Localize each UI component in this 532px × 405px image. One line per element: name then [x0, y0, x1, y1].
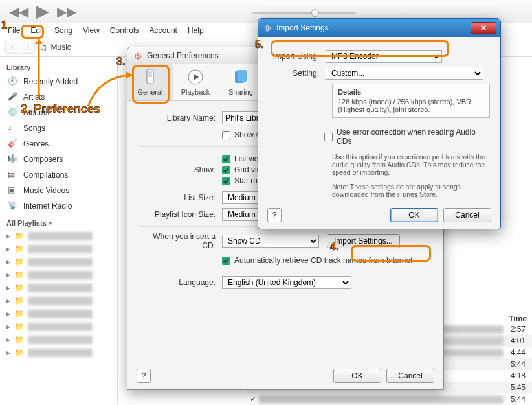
details-box: Details 128 kbps (mono) / 256 kbps (ster… — [332, 84, 490, 118]
star-checkbox[interactable] — [222, 177, 230, 185]
video-icon: ▣ — [8, 185, 18, 196]
playback-icon — [187, 69, 204, 86]
imp-cancel-button[interactable]: Cancel — [443, 208, 491, 222]
folder-icon: 📁 — [14, 309, 24, 318]
show-apple-checkbox[interactable] — [222, 131, 230, 139]
chevron-down-icon: ▾ — [49, 220, 52, 227]
prefs-cancel-button[interactable]: Cancel — [386, 369, 434, 383]
label-import-using: Import Using: — [270, 52, 326, 61]
disclosure-icon: ▸ — [6, 322, 10, 331]
auto-cd-checkbox[interactable] — [222, 257, 230, 265]
disclosure-icon: ▸ — [6, 348, 10, 357]
table-row[interactable]: ✓5:44 — [247, 393, 532, 405]
listview-checkbox[interactable] — [222, 155, 230, 163]
import-using-select[interactable]: MP3 Encoder — [326, 50, 442, 63]
album-icon: 💿 — [8, 108, 18, 118]
sidebar-item-compilations[interactable]: ▤Compilations — [3, 167, 115, 183]
disclosure-icon: ▸ — [6, 231, 10, 240]
import-settings-dialog: ◎ Import Settings ✕ Import Using:MP3 Enc… — [258, 18, 501, 229]
imp-help-button[interactable]: ? — [267, 208, 282, 222]
disclosure-icon: ▸ — [6, 309, 10, 318]
insert-cd-select[interactable]: Show CD — [222, 235, 319, 248]
sidebar-item-genres[interactable]: 🎸Genres — [3, 136, 115, 152]
back-button[interactable]: ‹ — [5, 41, 19, 54]
tab-general[interactable]: General — [127, 64, 173, 100]
folder-icon: 📁 — [14, 283, 24, 292]
label-playlist-icon: Playlist Icon Size: — [139, 210, 222, 219]
imp-titlebar[interactable]: ◎ Import Settings ✕ — [258, 19, 500, 37]
sheet-icon: 🎼 — [8, 154, 18, 165]
folder-icon: 📁 — [14, 322, 24, 331]
label-show: Show: — [139, 165, 222, 174]
volume-slider[interactable] — [252, 12, 355, 14]
playlist-item[interactable]: ▸📁 — [3, 268, 115, 281]
playlist-item[interactable]: ▸📁 — [3, 320, 115, 333]
details-text: 128 kbps (mono) / 256 kbps (stereo), VBR… — [338, 98, 484, 113]
sidebar-item-composers[interactable]: 🎼Composers — [3, 152, 115, 167]
mic-icon: 🎤 — [8, 92, 18, 102]
playlist-item[interactable]: ▸📁 — [3, 229, 115, 242]
disclosure-icon: ▸ — [6, 296, 10, 305]
callout-5: 5. — [255, 39, 263, 51]
setting-select[interactable]: Custom... — [326, 67, 483, 80]
label-library-name: Library Name: — [139, 113, 222, 122]
svg-rect-5 — [238, 70, 247, 82]
imp-ok-button[interactable]: OK — [390, 208, 438, 222]
close-button[interactable]: ✕ — [471, 22, 496, 34]
label-language: Language: — [139, 278, 222, 287]
clock-icon: 🕘 — [8, 76, 18, 87]
menu-controls[interactable]: Controls — [105, 25, 144, 36]
folder-icon: 📁 — [14, 244, 24, 253]
sidebar-item-videos[interactable]: ▣Music Videos — [3, 183, 115, 198]
imp-title: Import Settings — [276, 23, 329, 32]
label-insert-cd: When you insert a CD: — [139, 232, 222, 250]
ec-hint: Use this option if you experience proble… — [332, 153, 490, 176]
playlist-item[interactable]: ▸📁 — [3, 346, 115, 359]
menu-edit[interactable]: Edit — [25, 25, 49, 36]
itunes-icon: ◎ — [133, 51, 143, 61]
language-select[interactable]: English (United Kingdom) — [222, 276, 351, 289]
sidebar-item-songs[interactable]: ♪Songs — [3, 121, 115, 136]
folder-icon: 📁 — [14, 335, 24, 344]
playlist-item[interactable]: ▸📁 — [3, 255, 115, 268]
disclosure-icon: ▸ — [6, 270, 10, 279]
svg-marker-7 — [126, 71, 133, 79]
breadcrumb-label: Music — [51, 43, 71, 52]
prefs-title: General Preferences — [147, 51, 219, 60]
prefs-ok-button[interactable]: OK — [333, 369, 381, 383]
folder-icon: 📁 — [14, 257, 24, 266]
playlist-item[interactable]: ▸📁 — [3, 294, 115, 307]
menu-song[interactable]: Song — [49, 25, 78, 36]
itunes-icon: ◎ — [262, 23, 272, 33]
gridview-checkbox[interactable] — [222, 166, 230, 174]
sharing-icon — [232, 69, 249, 86]
playlist-item[interactable]: ▸📁 — [3, 281, 115, 294]
sidebar-item-radio[interactable]: 📡Internet Radio — [3, 198, 115, 214]
callout-4: 4. — [330, 241, 338, 253]
next-icon[interactable]: ▶▶ — [57, 4, 76, 19]
general-icon — [142, 69, 159, 86]
playlist-item[interactable]: ▸📁 — [3, 307, 115, 320]
callout-1: 1. — [1, 19, 10, 31]
svg-rect-1 — [148, 71, 152, 77]
playlist-item[interactable]: ▸📁 — [3, 333, 115, 346]
note-icon: ♪ — [8, 123, 18, 133]
help-button[interactable]: ? — [137, 369, 151, 383]
menu-account[interactable]: Account — [144, 25, 183, 36]
menu-view[interactable]: View — [78, 25, 105, 36]
error-correction-checkbox[interactable] — [324, 133, 333, 141]
disclosure-icon: ▸ — [6, 244, 10, 253]
folder-icon: 📁 — [14, 270, 24, 279]
callout-3: 3. — [116, 56, 125, 67]
disclosure-icon: ▸ — [6, 335, 10, 344]
menu-help[interactable]: Help — [183, 25, 209, 36]
play-icon[interactable]: ▶ — [36, 1, 49, 21]
playlist-item[interactable]: ▸📁 — [3, 242, 115, 255]
label-setting: Setting: — [270, 69, 326, 78]
arrow-1-2 — [31, 39, 47, 104]
tab-sharing[interactable]: Sharing — [218, 64, 263, 100]
playlists-header[interactable]: All Playlists ▾ — [3, 214, 115, 229]
prev-icon[interactable]: ◀◀ — [9, 4, 28, 19]
disclosure-icon: ▸ — [6, 257, 10, 266]
tab-playback[interactable]: Playback — [173, 64, 218, 100]
